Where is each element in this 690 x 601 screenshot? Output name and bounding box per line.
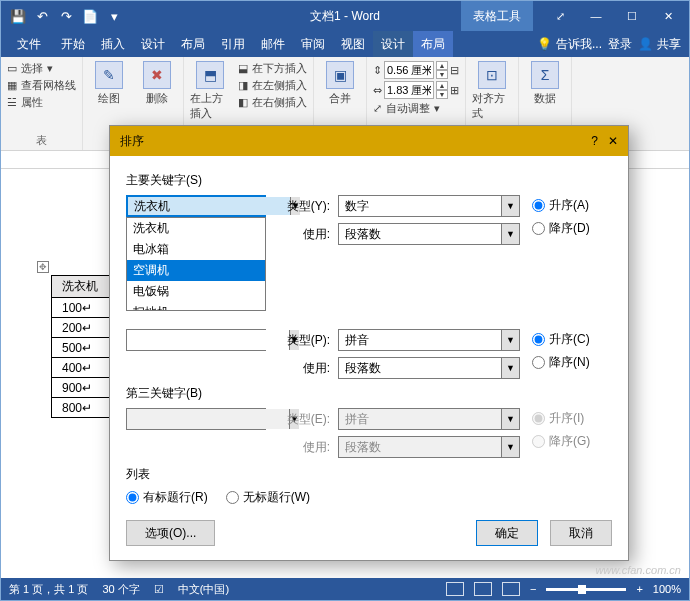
pencil-icon: ✎ [95,61,123,89]
list-item[interactable]: 扫地机 [127,302,265,311]
third-asc-radio: 升序(I) [532,410,612,427]
tab-references[interactable]: 引用 [213,31,253,57]
chevron-down-icon[interactable]: ▼ [501,224,519,244]
zoom-in-icon[interactable]: + [636,583,642,595]
save-icon[interactable]: 💾 [7,5,29,27]
tab-design[interactable]: 设计 [133,31,173,57]
chevron-down-icon: ▼ [501,437,519,457]
draw-table-button[interactable]: ✎绘图 [89,61,129,106]
secondary-asc-radio[interactable]: 升序(C) [532,331,612,348]
spellcheck-icon[interactable]: ☑ [154,583,164,596]
zoom-level[interactable]: 100% [653,583,681,595]
zoom-out-icon[interactable]: − [530,583,536,595]
distribute-cols-icon[interactable]: ⊞ [450,84,459,97]
table-cell[interactable]: 洗衣机 [52,276,112,298]
primary-desc-radio[interactable]: 降序(D) [532,220,612,237]
ribbon-options-icon[interactable]: ⤢ [543,5,577,27]
tab-mailings[interactable]: 邮件 [253,31,293,57]
secondary-type-combo[interactable]: ▼ [338,329,520,351]
eraser-button[interactable]: ✖删除 [137,61,177,106]
chevron-down-icon[interactable]: ▼ [501,196,519,216]
new-doc-icon[interactable]: 📄 [79,5,101,27]
spin-down-icon[interactable]: ▼ [436,90,448,99]
primary-key-dropdown-list[interactable]: 洗衣机 电冰箱 空调机✔ 电饭锅 扫地机 吸尘器 [126,217,266,311]
table-cell[interactable]: 100↵ [52,298,112,318]
tab-file[interactable]: 文件 [5,31,53,57]
col-width-field[interactable]: ⇔▲▼⊞ [373,81,459,99]
insert-above-button[interactable]: ⬒在上方插入 [190,61,230,121]
ok-button[interactable]: 确定 [476,520,538,546]
distribute-rows-icon[interactable]: ⊟ [450,64,459,77]
list-item[interactable]: 电冰箱 [127,239,265,260]
spin-up-icon[interactable]: ▲ [436,61,448,70]
close-icon[interactable]: ✕ [651,5,685,27]
header-row-radio[interactable]: 有标题行(R) [126,489,208,506]
print-layout-icon[interactable] [474,582,492,596]
primary-using-combo[interactable]: ▼ [338,223,520,245]
list-item[interactable]: 空调机✔ [127,260,265,281]
table-cell[interactable]: 900↵ [52,378,112,398]
tab-table-layout[interactable]: 布局 [413,31,453,57]
page-indicator[interactable]: 第 1 页，共 1 页 [9,582,88,597]
table-cell[interactable]: 400↵ [52,358,112,378]
table-cell[interactable]: 200↵ [52,318,112,338]
primary-key-combo[interactable]: ▼ [126,195,266,217]
dialog-title: 排序 [120,133,144,150]
undo-icon[interactable]: ↶ [31,5,53,27]
chevron-down-icon[interactable]: ▼ [501,330,519,350]
cancel-button[interactable]: 取消 [550,520,612,546]
qat-more-icon[interactable]: ▾ [103,5,125,27]
properties-button[interactable]: ☱属性 [7,95,76,110]
insert-below-button[interactable]: ⬓在下方插入 [238,61,307,76]
word-table[interactable]: 洗衣机 100↵ 200↵ 500↵ 400↵ 900↵ 800↵ [51,275,112,418]
list-item[interactable]: 洗衣机 [127,218,265,239]
dialog-titlebar[interactable]: 排序 ? ✕ [110,126,628,156]
table-cell[interactable]: 500↵ [52,338,112,358]
tab-table-design[interactable]: 设计 [373,31,413,57]
secondary-using-combo[interactable]: ▼ [338,357,520,379]
web-layout-icon[interactable] [502,582,520,596]
list-item[interactable]: 电饭锅 [127,281,265,302]
tab-home[interactable]: 开始 [53,31,93,57]
redo-icon[interactable]: ↷ [55,5,77,27]
read-mode-icon[interactable] [446,582,464,596]
tell-me[interactable]: 💡告诉我... [537,36,602,53]
zoom-slider[interactable] [546,588,626,591]
data-button[interactable]: Σ数据 [525,61,565,106]
sign-in[interactable]: 登录 [608,36,632,53]
view-gridlines-button[interactable]: ▦查看网格线 [7,78,76,93]
tab-review[interactable]: 审阅 [293,31,333,57]
share-button[interactable]: 👤共享 [638,36,681,53]
tab-layout[interactable]: 布局 [173,31,213,57]
third-type-combo: ▼ [338,408,520,430]
word-count[interactable]: 30 个字 [102,582,139,597]
tab-insert[interactable]: 插入 [93,31,133,57]
table-move-handle[interactable]: ✥ [37,261,49,273]
align-button[interactable]: ⊡对齐方式 [472,61,512,121]
language-indicator[interactable]: 中文(中国) [178,582,229,597]
secondary-key-combo[interactable]: ▼ [126,329,266,351]
select-button[interactable]: ▭选择 ▾ [7,61,76,76]
share-icon: 👤 [638,37,653,51]
dialog-close-icon[interactable]: ✕ [608,134,618,148]
table-cell[interactable]: 800↵ [52,398,112,418]
insert-left-button[interactable]: ◨在左侧插入 [238,78,307,93]
chevron-down-icon[interactable]: ▼ [501,358,519,378]
no-header-row-radio[interactable]: 无标题行(W) [226,489,310,506]
merge-button[interactable]: ▣合并 [320,61,360,106]
options-button[interactable]: 选项(O)... [126,520,215,546]
insert-right-button[interactable]: ◧在右侧插入 [238,95,307,110]
primary-type-combo[interactable]: ▼ [338,195,520,217]
eraser-icon: ✖ [143,61,171,89]
minimize-icon[interactable]: — [579,5,613,27]
row-height-field[interactable]: ⇕▲▼⊟ [373,61,459,79]
secondary-desc-radio[interactable]: 降序(N) [532,354,612,371]
primary-asc-radio[interactable]: 升序(A) [532,197,612,214]
dialog-help-icon[interactable]: ? [591,134,598,148]
spin-up-icon[interactable]: ▲ [436,81,448,90]
autofit-button[interactable]: ⤢自动调整 ▾ [373,101,459,116]
tab-view[interactable]: 视图 [333,31,373,57]
spin-down-icon[interactable]: ▼ [436,70,448,79]
maximize-icon[interactable]: ☐ [615,5,649,27]
cursor-icon: ▭ [7,62,17,75]
